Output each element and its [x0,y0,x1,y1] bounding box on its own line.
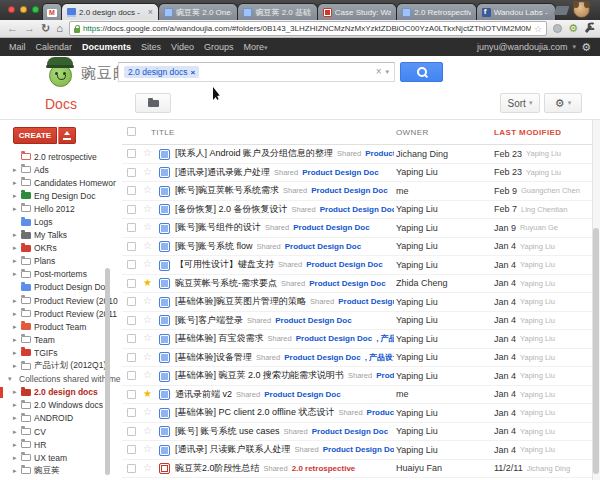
doc-title-link[interactable]: [基础体验]豌豆荚图片管理的策略 [175,295,306,308]
collection-link[interactable]: Product Design Doc [376,371,394,380]
row-checkbox[interactable] [127,260,136,269]
search-filter-chip[interactable]: 2.0 design docs × [124,66,199,78]
expand-arrow-icon[interactable]: ▸ [13,257,21,265]
row-checkbox[interactable] [127,186,136,195]
star-icon[interactable] [143,148,152,158]
expand-arrow-icon[interactable]: ▸ [13,362,21,370]
expand-arrow-icon[interactable]: ▸ [13,454,21,462]
sort-button[interactable]: Sort [500,93,540,113]
browser-tab[interactable]: 豌豆荚 2.0 One-Pa × [158,3,238,20]
chip-remove-icon[interactable]: × [191,68,196,77]
doc-title-link[interactable]: [账号] 账号系统 use cases [175,425,280,438]
collection-link[interactable]: Product Design Doc [296,334,372,343]
doc-title-link[interactable]: [账号]账号组件的设计 [175,221,261,234]
star-icon[interactable] [143,259,152,269]
table-row[interactable]: 通讯录前端 v2 Shared Product Design Doc me Ja… [122,386,592,405]
search-clear-icon[interactable]: × [376,67,382,77]
window-controls[interactable] [8,6,39,13]
browser-tab[interactable]: Case Study: Wand × [317,3,397,20]
collection-link[interactable]: Product Design Doc [365,149,394,158]
sidebar-item[interactable]: ▸ Product Review (2010 [0,294,122,307]
collection-link[interactable]: Product Design Doc [264,390,340,399]
sidebar-item[interactable]: ▾ Collections shared with me [0,373,122,386]
gbar-nav-item[interactable]: More [243,42,267,52]
table-row[interactable]: 豌豆荚帐号系统-需求要点 Shared Product Design Doc Z… [122,275,592,294]
row-checkbox[interactable] [127,149,136,158]
star-icon[interactable] [143,389,152,399]
browser-tab[interactable]: 2.0 design docs - × [61,3,159,20]
collection-link-2[interactable]: , 产品设计 [376,333,394,344]
forward-button[interactable]: → [24,23,35,34]
table-row[interactable]: [联系人] Android 账户及分组信息的整理 Shared Product … [122,145,592,164]
row-checkbox[interactable] [127,279,136,288]
doc-title-link[interactable]: 【可用性设计】键盘支持 [175,258,274,271]
table-row[interactable]: [基础体验]设备管理 Shared Product Design Doc , 产… [122,349,592,368]
sidebar-item[interactable]: ▸ OKRs [0,242,122,255]
expand-arrow-icon[interactable]: ▸ [13,205,21,213]
star-icon[interactable] [143,278,152,288]
sidebar-item[interactable]: ▸ Plans [0,255,122,268]
row-checkbox[interactable] [127,427,136,436]
sidebar-item[interactable]: ▸ HR [0,438,122,451]
collection-link-2[interactable]: , 产品设计 [365,352,394,363]
sidebar-item[interactable]: ▸ 豌豆荚 [0,464,122,477]
table-row[interactable]: [通讯录]通讯录账户处理 Shared Product Design Doc Y… [122,164,592,183]
table-row[interactable]: [账号]账号组件的设计 Shared Product Design Doc Ya… [122,219,592,238]
address-bar[interactable]: https://docs.google.com/a/wandoujia.com/… [69,21,547,36]
doc-title-link[interactable]: [通讯录]通讯录账户处理 [175,166,270,179]
new-tab-button[interactable] [554,6,570,15]
gear-icon[interactable]: ⚙ [581,42,591,53]
row-checkbox[interactable] [127,371,136,380]
table-row[interactable]: [账号] 账号系统 use cases Shared Product Desig… [122,423,592,442]
sidebar-item[interactable]: ▸ 产品计划 (2012Q1) [0,360,122,373]
collection-link[interactable]: Product Design Doc [312,427,388,436]
sidebar-item[interactable]: ▸ Product Review (2011 [0,307,122,320]
star-icon[interactable] [143,352,152,362]
expand-arrow-icon[interactable]: ▸ [13,270,21,278]
doc-title-link[interactable]: [联系人] Android 账户及分组信息的整理 [175,147,333,160]
collection-link[interactable]: 2.0 retrospective [292,464,356,473]
row-checkbox[interactable] [127,464,136,473]
expand-arrow-icon[interactable]: ▸ [13,323,21,331]
reload-button[interactable]: ↻ [41,23,50,34]
expand-arrow-icon[interactable]: ▾ [8,375,16,383]
expand-arrow-icon[interactable]: ▸ [13,336,21,344]
row-checkbox[interactable] [127,334,136,343]
collection-link[interactable]: Product Design Doc [311,186,387,195]
table-row[interactable]: [账号]客户端登录 Shared Product Design Doc Yapi… [122,312,592,331]
sidebar-item[interactable]: ▸ UX team [0,451,122,464]
expand-arrow-icon[interactable]: ▸ [13,349,21,357]
row-checkbox[interactable] [127,297,136,306]
expand-arrow-icon[interactable]: ▸ [13,297,21,305]
page-scrollbar[interactable] [592,120,600,480]
doc-title-link[interactable]: [基础体验] 豌豆荚 2.0 搜索功能需求说明书 [175,369,344,382]
select-all-checkbox[interactable] [127,127,136,136]
table-row[interactable]: [基础体验]豌豆荚图片管理的策略 Shared Product Design D… [122,293,592,312]
row-checkbox[interactable] [127,316,136,325]
doc-title-link[interactable]: [基础体验] PC client 2.0 offline 状态设计 [175,406,334,419]
minimize-window-button[interactable] [20,6,27,13]
sidebar-item[interactable]: ▸ ANDROID [0,412,122,425]
expand-arrow-icon[interactable]: ▸ [13,467,21,475]
collection-link[interactable]: Product Design Doc [367,408,394,417]
tab-close-icon[interactable]: × [148,8,153,17]
gbar-nav-item[interactable]: Documents [82,42,131,52]
back-button[interactable]: ← [7,23,18,34]
gbar-nav-item[interactable]: Video [171,42,194,52]
bookmark-star-icon[interactable]: ☆ [534,24,542,34]
collection-link[interactable]: Product Design Doc [302,168,378,177]
expand-arrow-icon[interactable]: ▸ [13,192,21,200]
expand-arrow-icon[interactable]: ▸ [13,401,21,409]
sidebar-item[interactable]: ▸ Product Team [0,320,122,333]
sidebar-item[interactable]: ▸ CV [0,425,122,438]
table-row[interactable]: [账号]账号系统 flow Shared Product Design Doc … [122,238,592,257]
collection-link[interactable]: Product Design Doc [306,260,382,269]
sidebar-item[interactable]: Logs [0,215,122,228]
star-icon[interactable] [143,444,152,454]
pinned-mail-tab[interactable] [42,3,62,21]
gbar-nav-item[interactable]: Groups [204,42,234,52]
table-row[interactable]: [基础体验] 百宝袋需求 Shared Product Design Doc ,… [122,330,592,349]
sidebar-item[interactable]: ▸ Post-mortems [0,268,122,281]
expand-arrow-icon[interactable]: ▸ [13,388,21,396]
collection-link[interactable]: Product Design Doc [338,297,394,306]
